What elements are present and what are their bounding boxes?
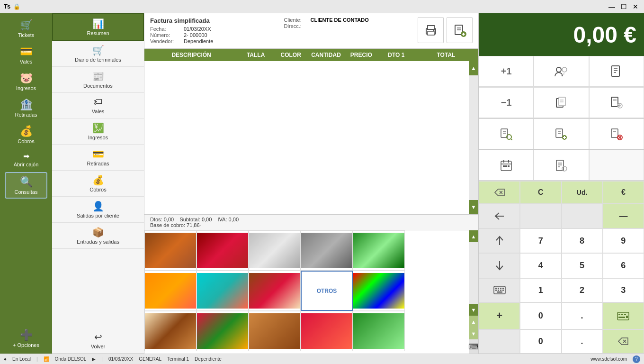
products-scroll-up2[interactable]: ▲ [469, 316, 478, 328]
product-cell-p5[interactable] [353, 230, 405, 271]
product-cell-p8[interactable] [249, 271, 301, 311]
backspace-button[interactable] [479, 181, 520, 204]
calendar-button[interactable] [479, 150, 534, 181]
3-button[interactable]: 3 [603, 278, 644, 302]
products-scrollbar[interactable]: ▲ ▼ ▲ ▼ ⌨ [469, 230, 478, 354]
table-scrollbar[interactable]: ▲ ▼ [469, 61, 478, 214]
totals-cobro-value: 71,86- [187, 222, 201, 228]
products-keyboard-btn[interactable]: ⌨ [469, 339, 478, 354]
product-cell-p14[interactable] [301, 311, 353, 351]
totals-subtotal-value: 0,00 [202, 217, 212, 222]
keyboard-button[interactable] [479, 278, 520, 302]
sidebar-item-abrir-cajon[interactable]: ➡ Abrir cajón [5, 149, 47, 170]
plus1-button[interactable]: +1 [479, 56, 534, 87]
0-button[interactable]: 0 [520, 302, 561, 329]
maximize-button[interactable]: ☐ [619, 3, 629, 10]
svg-rect-62 [502, 288, 504, 289]
status-profile: GENERAL [139, 356, 161, 362]
sidebar2-item-diario[interactable]: 🛒 Diario de terminales [52, 41, 144, 67]
sidebar2-item-ingresos[interactable]: 💹 Ingresos [52, 118, 144, 145]
sidebar2-item-documentos[interactable]: 📰 Documentos [52, 67, 144, 93]
euro-button[interactable]: € [603, 181, 644, 204]
receipt-button[interactable] [534, 150, 589, 181]
sidebar2-item-salidas[interactable]: 👤 Salidas por cliente [52, 197, 144, 223]
5-button[interactable]: 5 [562, 253, 603, 278]
title-left: Ts 🔒 [4, 3, 20, 10]
9-button[interactable]: 9 [603, 228, 644, 253]
sidebar-item-tickets[interactable]: 🛒 Tickets [5, 16, 47, 41]
sidebar-item-vales[interactable]: 💳 Vales [5, 43, 47, 67]
clear-button[interactable]: C [520, 181, 561, 204]
scroll-down-button[interactable]: ▼ [469, 200, 478, 214]
6-button[interactable]: 6 [603, 253, 644, 278]
product-cell-p2[interactable] [197, 230, 249, 271]
sidebar-item-cobros[interactable]: 💰 Cobros [5, 122, 47, 147]
sidebar-item-ingresos[interactable]: 🐷 Ingresos [5, 69, 47, 94]
svg-rect-17 [559, 97, 565, 106]
zero2-button[interactable]: 0 [520, 329, 561, 354]
person-doc-button[interactable] [589, 87, 644, 118]
sidebar-item-consultas[interactable]: 🔍 Consultas [5, 172, 47, 199]
svg-rect-1 [428, 26, 434, 29]
product-cell-p13[interactable] [249, 311, 301, 351]
minus1-button[interactable]: −1 [479, 87, 534, 118]
sidebar-item-opciones[interactable]: ➕ + Opciones [5, 326, 47, 351]
dot-button[interactable]: . [562, 302, 603, 329]
invoice-print-button[interactable] [418, 17, 444, 43]
sidebar2-item-retiradas[interactable]: 💳 Retiradas [52, 145, 144, 171]
product-image-p14 [301, 313, 352, 349]
arrow-down-button[interactable] [479, 253, 520, 278]
arrow-left-button[interactable] [479, 204, 520, 228]
product-cell-p4[interactable] [301, 230, 353, 271]
plus-button[interactable]: + [479, 302, 520, 329]
2-button[interactable]: 2 [562, 278, 603, 302]
scroll-up-button[interactable]: ▲ [469, 61, 478, 75]
sidebar2-item-resumen[interactable]: 📊 Resumen [52, 13, 144, 41]
dot2-button[interactable]: . [562, 329, 603, 354]
sidebar-label-opciones: + Opciones [13, 342, 39, 348]
sidebar2-item-vales[interactable]: 🏷 Vales [52, 93, 144, 118]
sidebar-item-retiradas[interactable]: 🏦 Retiradas [5, 96, 47, 120]
product-cell-p6[interactable] [144, 271, 197, 311]
products-scroll-up[interactable]: ▲ [469, 230, 478, 242]
copy-doc-button[interactable] [534, 87, 589, 118]
svg-rect-60 [498, 288, 499, 289]
svg-rect-70 [621, 314, 623, 315]
window-controls[interactable]: — ☐ ✕ [607, 3, 640, 10]
product-cell-p15[interactable] [353, 311, 405, 351]
new-doc-button[interactable] [589, 56, 644, 87]
product-cell-p10[interactable] [353, 271, 405, 311]
product-cell-otros[interactable]: OTROS [301, 271, 353, 311]
search-invoice-button[interactable] [479, 118, 534, 149]
minus-button[interactable]: — [603, 204, 644, 228]
1-button[interactable]: 1 [520, 278, 561, 302]
action-buttons-row1: +1 [479, 56, 644, 87]
sidebar2-item-cobros[interactable]: 💰 Cobros [52, 171, 144, 197]
8-button[interactable]: 8 [562, 228, 603, 253]
ud-button[interactable]: Ud. [562, 181, 603, 204]
sidebar2-item-entradas[interactable]: 📦 Entradas y salidas [52, 223, 144, 249]
product-cell-p11[interactable] [144, 311, 197, 351]
backspace2-button[interactable] [603, 329, 644, 354]
close-button[interactable]: ✕ [631, 3, 640, 10]
4-button[interactable]: 4 [520, 253, 561, 278]
invoice-add-button[interactable] [447, 17, 473, 43]
help-button[interactable]: ? [633, 355, 640, 363]
products-scroll-down2[interactable]: ▼ [469, 328, 478, 339]
product-cell-p1[interactable] [144, 230, 197, 271]
col-talla: TALLA [238, 51, 273, 59]
sidebar2-label-retiradas: Retiradas [87, 161, 109, 166]
sidebar2-item-volver[interactable]: ↩ Volver [52, 328, 144, 354]
minimize-button[interactable]: — [607, 3, 617, 10]
product-cell-p12[interactable] [197, 311, 249, 351]
cancel-button[interactable] [589, 118, 644, 149]
product-cell-p3[interactable] [249, 230, 301, 271]
add-client-button[interactable] [534, 56, 589, 87]
product-cell-p7[interactable] [197, 271, 249, 311]
register-button[interactable] [603, 302, 644, 329]
products-scroll-down[interactable]: ▼ [469, 304, 478, 316]
add-line-button[interactable] [534, 118, 589, 149]
product-row-1 [144, 230, 469, 271]
7-button[interactable]: 7 [520, 228, 561, 253]
arrow-up-button[interactable] [479, 228, 520, 253]
